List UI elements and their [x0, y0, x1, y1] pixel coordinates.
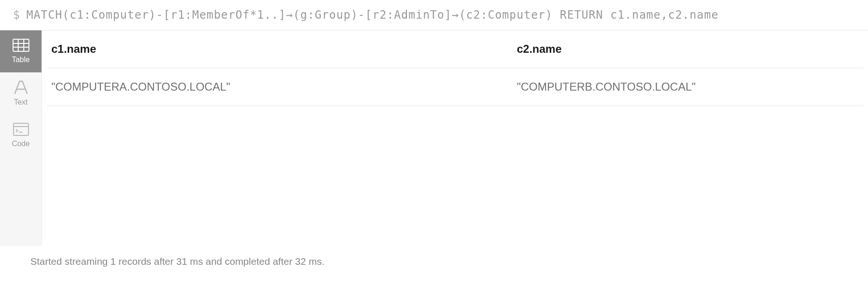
code-icon [13, 123, 29, 136]
svg-rect-5 [14, 123, 28, 135]
table-cell: "COMPUTERA.CONTOSO.LOCAL" [47, 68, 512, 106]
tab-label: Text [14, 98, 28, 106]
tab-text[interactable]: Text [0, 72, 42, 114]
table-header-row: c1.name c2.name [47, 30, 863, 68]
tab-code[interactable]: Code [0, 114, 42, 156]
results-table: c1.name c2.name "COMPUTERA.CONTOSO.LOCAL… [47, 30, 863, 106]
table-icon [13, 39, 29, 52]
text-icon [13, 80, 29, 94]
table-cell: "COMPUTERB.CONTOSO.LOCAL" [512, 68, 864, 106]
status-footer: Started streaming 1 records after 31 ms … [0, 246, 868, 276]
tab-table[interactable]: Table [0, 30, 42, 72]
query-prompt: $ [13, 8, 20, 21]
query-bar[interactable]: $ MATCH(c1:Computer)-[r1:MemberOf*1..]→(… [0, 0, 868, 30]
results-content: c1.name c2.name "COMPUTERA.CONTOSO.LOCAL… [42, 30, 868, 246]
tab-label: Table [12, 56, 29, 64]
query-text: MATCH(c1:Computer)-[r1:MemberOf*1..]→(g:… [26, 8, 718, 21]
svg-rect-0 [13, 39, 29, 51]
view-sidebar: Table Text Code [0, 30, 42, 246]
table-row: "COMPUTERA.CONTOSO.LOCAL" "COMPUTERB.CON… [47, 68, 863, 106]
column-header: c1.name [47, 30, 512, 68]
column-header: c2.name [512, 30, 864, 68]
main-area: Table Text Code [0, 30, 868, 246]
status-text: Started streaming 1 records after 31 ms … [30, 256, 324, 267]
tab-label: Code [12, 140, 29, 148]
